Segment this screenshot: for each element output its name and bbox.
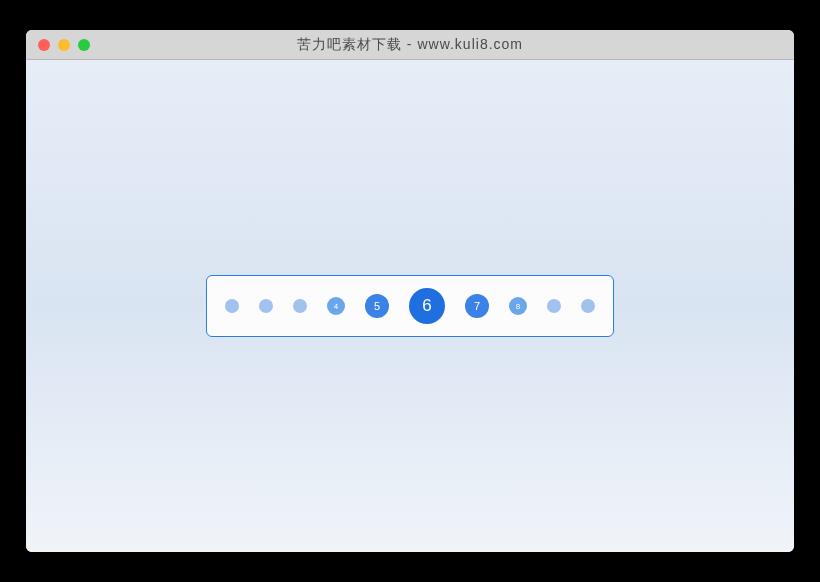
window-title: 苦力吧素材下载 - www.kuli8.com (38, 36, 782, 54)
maximize-icon[interactable] (78, 39, 90, 51)
page-item[interactable]: 7 (465, 294, 489, 318)
minimize-icon[interactable] (58, 39, 70, 51)
page-item[interactable]: 5 (365, 294, 389, 318)
content-area: 1 2 3 4 5 6 7 8 9 10 (26, 60, 794, 552)
page-item[interactable]: 10 (581, 299, 595, 313)
page-item[interactable]: 4 (327, 297, 345, 315)
close-icon[interactable] (38, 39, 50, 51)
page-item[interactable]: 1 (225, 299, 239, 313)
page-item[interactable]: 2 (259, 299, 273, 313)
page-item[interactable]: 8 (509, 297, 527, 315)
pagination: 1 2 3 4 5 6 7 8 9 10 (206, 275, 614, 337)
page-item[interactable]: 3 (293, 299, 307, 313)
titlebar: 苦力吧素材下载 - www.kuli8.com (26, 30, 794, 60)
page-item[interactable]: 9 (547, 299, 561, 313)
page-item-active[interactable]: 6 (409, 288, 445, 324)
browser-window: 苦力吧素材下载 - www.kuli8.com 1 2 3 4 5 6 7 8 … (26, 30, 794, 552)
traffic-lights (38, 39, 90, 51)
